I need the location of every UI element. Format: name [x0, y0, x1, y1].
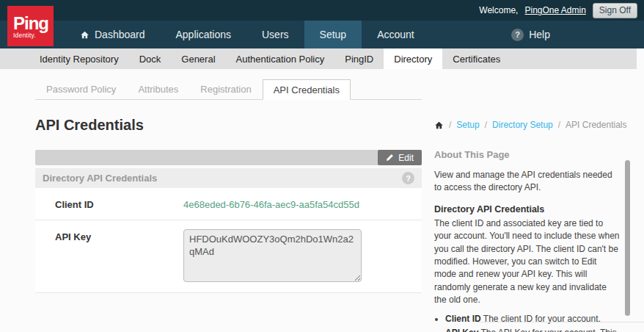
topbar: Welcome, PingOne Admin Sign Off	[0, 0, 644, 21]
section-header-directory-api-credentials: Directory API Credentials ?	[35, 168, 422, 188]
api-key-row: API Key HFDOuKdWOOZY3oQm2hDo1Wn2a2qMAd	[35, 220, 422, 293]
tab-password-policy[interactable]: Password Policy	[35, 79, 127, 99]
breadcrumb-current: API Credentials	[566, 120, 626, 130]
nav-item-label: Users	[262, 29, 289, 40]
subnav-item-identity-repository[interactable]: Identity Repository	[29, 48, 129, 69]
breadcrumb-link-directory-setup[interactable]: Directory Setup	[492, 120, 553, 130]
nav-item-label: Dashboard	[95, 29, 145, 40]
sign-off-button[interactable]: Sign Off	[593, 3, 637, 18]
main-nav: Dashboard Applications Users Setup Accou…	[0, 21, 644, 48]
sidebar-body: The client ID and associated key are tie…	[434, 217, 621, 307]
sidebar-intro: View and manage the API credentials need…	[434, 169, 621, 195]
bullet-term: API Key	[445, 328, 478, 332]
nav-item-applications[interactable]: Applications	[161, 21, 247, 48]
nav-item-label: Setup	[320, 29, 347, 40]
bullet-term: Client ID	[445, 314, 481, 324]
nav-item-account[interactable]: Account	[362, 21, 430, 48]
pencil-icon	[386, 154, 394, 162]
api-key-label: API Key	[35, 220, 183, 292]
nav-item-setup[interactable]: Setup	[304, 21, 362, 48]
breadcrumb-home-icon[interactable]	[434, 120, 444, 130]
breadcrumb-separator: /	[449, 120, 451, 130]
client-id-value: 4e68eded-6b76-46fa-aec9-aa5fa54cd55d	[183, 188, 359, 220]
directory-tabs: Password Policy Attributes Registration …	[35, 79, 422, 100]
subnav-item-authentication-policy[interactable]: Authentication Policy	[226, 48, 335, 69]
edit-button[interactable]: Edit	[378, 150, 422, 165]
breadcrumb-link-setup[interactable]: Setup	[456, 120, 479, 130]
user-account-link[interactable]: PingOne Admin	[524, 5, 585, 15]
setup-subnav: Identity Repository Dock General Authent…	[0, 48, 637, 69]
sidebar-heading: About This Page	[434, 149, 621, 160]
nav-item-dashboard[interactable]: Dashboard	[65, 21, 161, 48]
subnav-item-general[interactable]: General	[171, 48, 225, 69]
breadcrumb-separator: /	[485, 120, 487, 130]
help-label: Help	[529, 29, 550, 40]
subnav-item-certificates[interactable]: Certificates	[442, 48, 511, 69]
subnav-item-pingid[interactable]: PingID	[334, 48, 384, 69]
nav-item-users[interactable]: Users	[246, 21, 304, 48]
home-icon	[80, 30, 89, 40]
tab-registration[interactable]: Registration	[189, 79, 262, 99]
edit-toolbar: Edit	[35, 150, 422, 165]
logo-brand-text: Ping	[13, 15, 54, 32]
bullet-client-id: Client ID The client ID for your account…	[445, 313, 621, 325]
tab-attributes[interactable]: Attributes	[127, 79, 189, 99]
welcome-text: Welcome,	[479, 5, 518, 15]
subnav-item-directory[interactable]: Directory	[384, 48, 442, 69]
breadcrumb-separator: /	[558, 120, 560, 130]
section-title: Directory API Credentials	[43, 173, 157, 184]
help-icon: ?	[511, 29, 524, 41]
subnav-item-dock[interactable]: Dock	[129, 48, 172, 69]
help-link[interactable]: ? Help	[511, 21, 550, 48]
about-this-page-panel: About This Page View and manage the API …	[434, 149, 621, 332]
nav-item-label: Account	[377, 29, 414, 40]
api-key-field[interactable]: HFDOuKdWOOZY3oQm2hDo1Wn2a2qMAd	[183, 229, 362, 282]
edit-button-label: Edit	[398, 153, 414, 163]
breadcrumb: / Setup / Directory Setup / API Credenti…	[434, 120, 626, 130]
client-id-label: Client ID	[35, 188, 183, 220]
client-id-row: Client ID 4e68eded-6b76-46fa-aec9-aa5fa5…	[35, 188, 422, 220]
tab-api-credentials[interactable]: API Credentials	[263, 79, 351, 100]
sidebar-subheading: Directory API Credentials	[434, 204, 621, 214]
nav-item-label: Applications	[176, 29, 232, 40]
sidebar-bottom-divider	[477, 322, 644, 322]
ping-identity-logo[interactable]: Ping Identity.	[7, 6, 54, 46]
sidebar-scrollbar[interactable]	[625, 160, 630, 316]
pingone-admin-window: Welcome, PingOne Admin Sign Off Dashboar…	[0, 0, 644, 332]
bullet-api-key: API Key The API Key for your account. Th…	[445, 327, 621, 332]
section-help-icon[interactable]: ?	[402, 172, 414, 184]
